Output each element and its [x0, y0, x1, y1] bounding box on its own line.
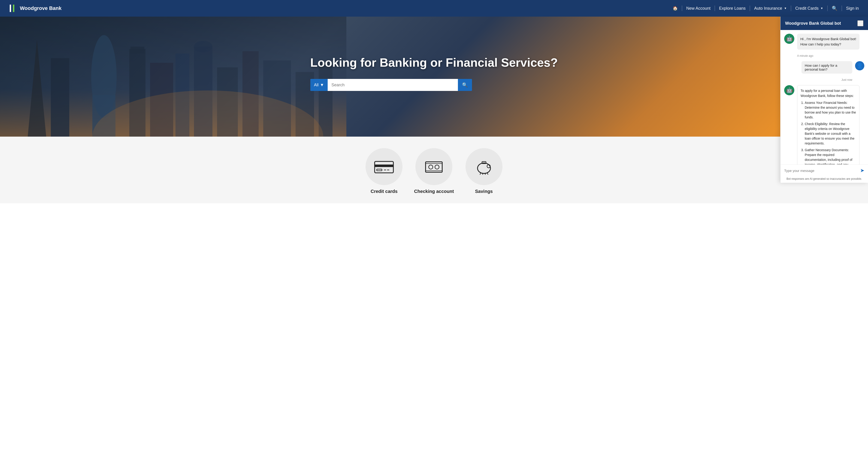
- credit-cards-label: Credit cards: [371, 189, 398, 194]
- nav-items: 🏠 New Account Explore Loans Auto Insuran…: [75, 5, 859, 11]
- chatbot-minimize-button[interactable]: —: [857, 20, 863, 26]
- nav-divider-6: [842, 5, 842, 11]
- search-btn-icon: 🔍: [462, 82, 468, 88]
- bot-msg1-time: A minute ago: [797, 54, 864, 58]
- checking-account-icon: [424, 159, 444, 175]
- user-message-1-row: How can I apply for a personal loan? 👤: [784, 61, 864, 74]
- savings-label: Savings: [475, 189, 493, 194]
- bot-bubble-1: Hi , I'm Woodgrove Bank Global bot! How …: [797, 34, 860, 50]
- user-bubble-1: How can I apply for a personal loan?: [802, 61, 852, 74]
- credit-cards-chevron-icon: ▼: [820, 7, 823, 10]
- auto-insurance-chevron-icon: ▼: [784, 7, 787, 10]
- hero-search-bar: All ▼ 🔍: [310, 79, 472, 91]
- navbar: Woodgrove Bank 🏠 New Account Explore Loa…: [0, 0, 868, 17]
- services-section: Credit cards Checking account: [0, 137, 868, 203]
- savings-icon: [474, 159, 494, 175]
- chatbot-send-button[interactable]: ➤: [860, 168, 864, 173]
- nav-logo[interactable]: Woodgrove Bank: [9, 4, 62, 12]
- bot-step-3: Gather Necessary Documents: Prepare the …: [805, 148, 856, 165]
- nav-credit-cards[interactable]: Credit Cards ▼: [795, 6, 823, 11]
- user-avatar-1: 👤: [855, 61, 864, 70]
- nav-search-icon[interactable]: 🔍: [832, 5, 838, 11]
- nav-divider-3: [750, 5, 750, 11]
- svg-rect-22: [377, 169, 382, 171]
- chatbot-panel: Woodgrove Bank Global bot — 🤖 Hi , I'm W…: [780, 17, 868, 183]
- bot-icon-1: 🤖: [786, 36, 793, 42]
- nav-logo-text: Woodgrove Bank: [20, 5, 62, 11]
- hero-skyline-svg: [0, 17, 346, 137]
- svg-point-13: [194, 41, 212, 53]
- svg-marker-2: [13, 5, 14, 8]
- bot-message-2-row: 🤖 To apply for a personal loan with Wood…: [784, 85, 864, 165]
- checking-account-label: Checking account: [414, 189, 454, 194]
- bot-message-1-row: 🤖 Hi , I'm Woodgrove Bank Global bot! Ho…: [784, 34, 864, 50]
- bot-avatar-1: 🤖: [784, 34, 794, 44]
- search-category-dropdown[interactable]: All ▼: [310, 79, 328, 91]
- woodgrove-logo-icon: [9, 4, 18, 12]
- svg-line-35: [485, 173, 485, 175]
- svg-rect-5: [51, 58, 69, 137]
- hero-content: Looking for Banking or Financial Service…: [310, 55, 558, 91]
- bot-avatar-2: 🤖: [784, 85, 794, 95]
- bot-bubble-2: To apply for a personal loan with Woodgr…: [797, 85, 860, 165]
- nav-sign-in[interactable]: Sign in: [846, 6, 859, 11]
- search-dropdown-chevron-icon: ▼: [320, 83, 324, 88]
- credit-card-icon: [374, 159, 394, 175]
- svg-line-34: [483, 173, 483, 175]
- chatbot-title: Woodgrove Bank Global bot: [785, 21, 841, 26]
- nav-divider-5: [827, 5, 828, 11]
- nav-divider-4: [791, 5, 791, 11]
- nav-new-account[interactable]: New Account: [686, 6, 711, 11]
- bot-steps-list: Assess Your Financial Needs: Determine t…: [801, 100, 856, 165]
- hero-section: Looking for Banking or Financial Service…: [0, 17, 868, 137]
- bot-step-2: Check Eligibility: Review the eligibilit…: [805, 122, 856, 146]
- svg-point-26: [429, 165, 433, 169]
- checking-icon-circle: [415, 148, 452, 185]
- svg-rect-9: [130, 46, 144, 54]
- bot-step-1: Assess Your Financial Needs: Determine t…: [805, 100, 856, 120]
- credit-cards-icon-circle: [366, 148, 402, 185]
- hero-title: Looking for Banking or Financial Service…: [310, 55, 558, 70]
- chatbot-text-input[interactable]: [784, 169, 858, 173]
- chatbot-disclaimer: Bot responses are AI-generated so inaccu…: [780, 176, 868, 183]
- search-input[interactable]: [328, 79, 458, 91]
- chatbot-header: Woodgrove Bank Global bot —: [780, 17, 868, 30]
- send-icon: ➤: [860, 168, 864, 173]
- service-card-credit-cards[interactable]: Credit cards: [366, 148, 402, 194]
- svg-rect-32: [482, 162, 486, 164]
- home-icon: 🏠: [673, 6, 678, 11]
- chatbot-messages[interactable]: 🤖 Hi , I'm Woodgrove Bank Global bot! Ho…: [780, 30, 868, 165]
- nav-home[interactable]: 🏠: [673, 6, 678, 11]
- nav-explore-loans[interactable]: Explore Loans: [719, 6, 746, 11]
- savings-icon-circle: [466, 148, 502, 185]
- service-card-savings[interactable]: Savings: [466, 148, 502, 194]
- service-card-checking[interactable]: Checking account: [414, 148, 454, 194]
- user-icon-1: 👤: [857, 63, 863, 69]
- nav-divider-2: [715, 5, 715, 11]
- svg-rect-20: [375, 162, 394, 173]
- svg-rect-1: [10, 5, 11, 12]
- svg-point-27: [435, 165, 439, 169]
- bot-icon-2: 🤖: [786, 87, 793, 93]
- chatbot-input-area: ➤: [780, 165, 868, 176]
- search-button[interactable]: 🔍: [458, 79, 472, 91]
- nav-auto-insurance[interactable]: Auto Insurance ▼: [754, 6, 787, 11]
- user-msg1-time: Just now: [784, 78, 852, 81]
- svg-rect-21: [375, 165, 394, 167]
